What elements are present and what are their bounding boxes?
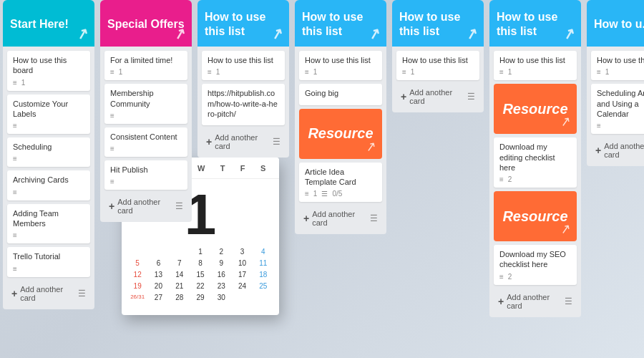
card-meta: ≡ xyxy=(13,122,84,130)
card-scheduling-articles[interactable]: Scheduling Articles and Using a Calendar… xyxy=(591,84,644,134)
column-title-start: Start Here! xyxy=(10,17,69,31)
card-meta: ≡ 1 xyxy=(305,68,376,76)
plus-icon: + xyxy=(109,200,114,212)
card-consistent-content[interactable]: Consistent Content ≡ xyxy=(104,127,187,157)
card-editing-checklist[interactable]: Download my editing checklist here ≡ 2 xyxy=(494,137,577,188)
card-icon: ≡ xyxy=(13,188,17,196)
arrow-icon-special: ↗ xyxy=(172,24,188,44)
card-count: 1 xyxy=(216,68,220,76)
card-count: 2 xyxy=(508,273,512,281)
card-meta: ≡ xyxy=(597,122,644,130)
add-card-label: Add another card xyxy=(117,198,172,215)
card-icon: ≡ xyxy=(402,68,406,76)
card-title: Article Idea Template Card xyxy=(305,167,376,188)
card-scheduling[interactable]: Scheduling ≡ xyxy=(7,137,90,167)
resource-label-1: Resource xyxy=(308,125,373,142)
arrow-icon-how4: ↗ xyxy=(561,24,577,44)
resource-arrow-icon-3: ↗ xyxy=(559,221,572,238)
add-card-button-how5[interactable]: + Add another card ☰ xyxy=(591,139,644,162)
resource-arrow-icon-2: ↗ xyxy=(559,113,572,130)
card-hit-publish[interactable]: Hit Publish ≡ xyxy=(104,160,187,190)
add-card-label: Add another card xyxy=(312,210,367,227)
arrow-icon-start: ↗ xyxy=(74,24,91,44)
column-body-how5: How to use this list ≡ 1 Scheduling Arti… xyxy=(587,47,644,166)
card-meta: ≡ 1 xyxy=(208,68,279,76)
card-icon: ≡ xyxy=(13,79,17,87)
resource-arrow-icon: ↗ xyxy=(364,137,378,155)
add-card-label: Add another card xyxy=(409,88,464,105)
card-going-big[interactable]: Going big xyxy=(299,84,382,105)
card-count: 1 xyxy=(119,68,123,76)
card-meta: ≡ xyxy=(13,188,84,196)
card-how-to-use-list-1[interactable]: How to use this list ≡ 1 xyxy=(202,51,285,80)
card-trello-tutorial[interactable]: Trello Tutorial ≡ xyxy=(7,247,90,276)
card-title: Download my SEO checklist here xyxy=(499,249,571,270)
card-title: Customize Your Labels xyxy=(13,99,84,120)
card-url: https://hitpublish.com/how-to-write-a-he… xyxy=(208,88,279,119)
resource-card-3[interactable]: Resource ↗ xyxy=(494,191,577,241)
card-icon: ≡ xyxy=(13,122,17,130)
column-body-special: For a limited time! ≡ 1 Membership Commu… xyxy=(100,47,192,222)
card-title: Scheduling xyxy=(13,142,84,152)
card-meta: ≡ xyxy=(13,231,84,239)
card-how-to-use-list-5[interactable]: How to use this list ≡ 1 xyxy=(591,51,644,80)
card-icon: ≡ xyxy=(110,112,114,120)
card-meta: ≡ xyxy=(13,265,84,273)
card-meta: ≡ xyxy=(110,178,182,185)
card-how-to-use-list-4[interactable]: How to use this list ≡ 1 xyxy=(494,51,577,80)
column-special: Special Offers ↗ For a limited time! ≡ 1… xyxy=(100,0,192,222)
add-card-button-start[interactable]: + Add another card ☰ xyxy=(7,282,90,305)
card-title: Going big xyxy=(305,88,376,98)
add-card-button-how1[interactable]: + Add another card ☰ xyxy=(202,130,285,153)
add-card-button-how2[interactable]: + Add another card ☰ xyxy=(299,207,382,230)
resource-card-2[interactable]: Resource ↗ xyxy=(494,84,577,134)
column-title-how5: How to u... xyxy=(594,17,644,31)
column-how4: How to use this list ↗ How to use this l… xyxy=(489,0,581,317)
archive-icon: ☰ xyxy=(78,289,86,299)
card-title: Trello Tutorial xyxy=(13,251,84,261)
card-title: Download my editing checklist here xyxy=(499,142,571,173)
card-icon: ≡ xyxy=(597,68,601,76)
card-adding-team[interactable]: Adding Team Members ≡ xyxy=(7,204,90,244)
column-body-how4: How to use this list ≡ 1 Resource ↗ Down… xyxy=(489,47,581,317)
card-icon: ≡ xyxy=(110,178,114,185)
column-how2: How to use this list ↗ How to use this l… xyxy=(295,0,386,234)
add-card-label: Add another card xyxy=(507,293,562,310)
plus-icon: + xyxy=(206,136,212,147)
column-body-how3: How to use this list ≡ 1 + Add another c… xyxy=(392,47,484,112)
checklist-count: 0/5 xyxy=(332,190,342,198)
column-header-how2: How to use this list ↗ xyxy=(295,0,386,47)
card-how-to-use-list-3[interactable]: How to use this list ≡ 1 xyxy=(396,51,479,80)
card-url-link[interactable]: https://hitpublish.com/how-to-write-a-he… xyxy=(202,84,285,125)
card-customize-labels[interactable]: Customize Your Labels ≡ xyxy=(7,95,90,135)
card-title: How to use this list xyxy=(402,55,474,65)
column-header-how5: How to u... ↗ xyxy=(587,0,644,47)
add-card-button-special[interactable]: + Add another card ☰ xyxy=(104,195,187,218)
resource-card-1[interactable]: Resource ↗ xyxy=(299,109,382,159)
plus-icon: + xyxy=(595,145,601,156)
plus-icon: + xyxy=(303,213,309,224)
card-meta: ≡ 1 xyxy=(110,68,182,76)
card-article-idea-template[interactable]: Article Idea Template Card ≡ 1 ☰ 0/5 xyxy=(299,163,382,203)
card-how-to-use-list-2[interactable]: How to use this list ≡ 1 xyxy=(299,51,382,80)
card-seo-checklist[interactable]: Download my SEO checklist here ≡ 2 xyxy=(494,245,577,285)
add-card-button-how3[interactable]: + Add another card ☰ xyxy=(396,85,479,108)
card-limited-time[interactable]: For a limited time! ≡ 1 xyxy=(104,51,187,80)
card-title: How to use this list xyxy=(208,55,279,65)
column-header-start: Start Here! ↗ xyxy=(3,0,94,47)
add-card-button-how4[interactable]: + Add another card ☰ xyxy=(494,290,577,313)
card-how-to-use-board[interactable]: How to use this board ≡ 1 xyxy=(7,51,90,91)
add-card-label: Add another card xyxy=(604,142,644,159)
archive-icon: ☰ xyxy=(565,296,572,306)
card-meta: ≡ 2 xyxy=(499,273,571,281)
column-start: Start Here! ↗ How to use this board ≡ 1 … xyxy=(3,0,94,309)
card-icon: ≡ xyxy=(110,68,114,76)
card-meta: ≡ xyxy=(110,145,182,153)
resource-label-3: Resource xyxy=(502,208,567,225)
card-icon: ≡ xyxy=(305,190,309,198)
card-membership[interactable]: Membership Community ≡ xyxy=(104,84,187,124)
card-title: Membership Community xyxy=(110,88,182,109)
card-icon: ≡ xyxy=(499,273,504,281)
card-archiving[interactable]: Archiving Cards ≡ xyxy=(7,170,90,200)
card-meta: ≡ 1 xyxy=(597,68,644,76)
